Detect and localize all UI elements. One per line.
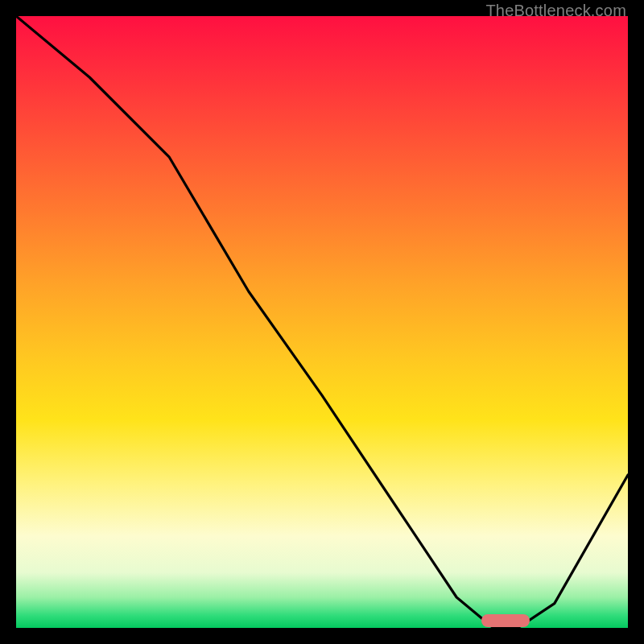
chart-background-gradient [16,16,628,628]
optimal-range-marker [481,614,530,627]
chart-frame [16,16,628,628]
